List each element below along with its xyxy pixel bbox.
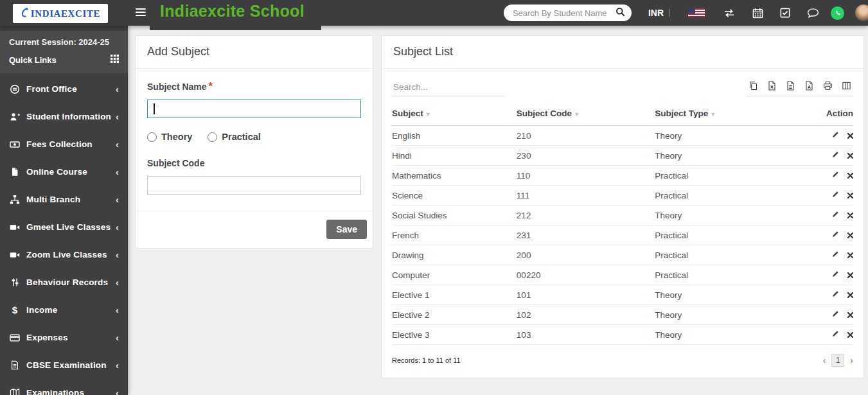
sidebar-item-gmeet-live-classes[interactable]: Gmeet Live Classes ‹	[0, 213, 128, 241]
column-header-subject-type[interactable]: Subject Type▾	[655, 102, 798, 126]
edit-icon[interactable]	[831, 231, 839, 238]
sidebar-item-student-information[interactable]: Student Information ‹	[0, 103, 128, 130]
chevron-left-icon: ‹	[116, 250, 119, 259]
edit-icon[interactable]	[831, 211, 839, 218]
sidebar-item-multi-branch[interactable]: Multi Branch ‹	[0, 186, 128, 213]
pagination-next-icon[interactable]: ›	[850, 355, 853, 365]
delete-icon[interactable]	[847, 332, 853, 338]
column-header-subject[interactable]: Subject▾	[392, 102, 517, 126]
sidebar-item-behaviour-records[interactable]: Behaviour Records ‹	[0, 268, 128, 296]
calendar-icon[interactable]	[752, 8, 763, 19]
subject-cell: Science	[392, 186, 517, 206]
column-header-subject-code[interactable]: Subject Code▾	[517, 102, 655, 126]
currency-selector[interactable]: INR	[648, 8, 670, 18]
column-header-action: Action	[798, 102, 853, 126]
student-search[interactable]	[504, 4, 632, 21]
radio-theory[interactable]: Theory	[147, 132, 192, 142]
csv-export-icon[interactable]	[786, 81, 795, 91]
delete-icon[interactable]	[847, 272, 853, 278]
pdf-export-icon[interactable]	[804, 81, 814, 91]
subject-code-field[interactable]	[147, 176, 361, 195]
type-cell: Practical	[655, 265, 798, 285]
sidebar-item-examinations[interactable]: Examinations ‹	[0, 379, 128, 395]
columns-icon[interactable]	[842, 81, 851, 91]
subject-name-field[interactable]	[147, 100, 361, 118]
delete-icon[interactable]	[847, 193, 853, 198]
user-avatar[interactable]	[855, 4, 868, 21]
sidebar-item-cbse-examination[interactable]: CBSE Examination ‹	[0, 351, 128, 379]
edit-icon[interactable]	[831, 250, 839, 258]
required-marker: *	[209, 81, 213, 92]
menu-toggle-icon[interactable]	[136, 8, 146, 18]
chevron-left-icon: ‹	[116, 139, 119, 149]
delete-icon[interactable]	[847, 252, 853, 258]
subject-list-title: Subject List	[382, 36, 864, 69]
edit-icon[interactable]	[831, 290, 839, 298]
text-caret	[154, 103, 155, 114]
radio-practical-label: Practical	[222, 132, 260, 142]
edit-icon[interactable]	[831, 171, 839, 179]
print-icon[interactable]	[823, 81, 833, 91]
edit-icon[interactable]	[831, 330, 839, 338]
table-row: Elective 2 102 Theory	[392, 305, 853, 325]
income-icon: $	[9, 304, 21, 316]
radio-circle-icon[interactable]	[208, 132, 217, 142]
copy-icon[interactable]	[748, 81, 758, 91]
grid-icon[interactable]	[111, 54, 119, 66]
code-cell: 00220	[517, 265, 655, 285]
radio-theory-label: Theory	[161, 132, 192, 142]
pagination-page-1[interactable]: 1	[831, 354, 844, 367]
sort-caret-icon: ▾	[575, 110, 578, 118]
table-row: Elective 1 101 Theory	[392, 285, 853, 305]
table-row: Hindi 230 Theory	[392, 146, 853, 166]
radio-practical[interactable]: Practical	[208, 132, 260, 142]
delete-icon[interactable]	[847, 133, 853, 139]
edit-icon[interactable]	[831, 191, 839, 198]
sidebar-item-income[interactable]: $ Income ‹	[0, 296, 128, 324]
delete-icon[interactable]	[847, 233, 853, 238]
table-search-input[interactable]	[392, 80, 504, 96]
sidebar-item-label: Front Office	[26, 84, 116, 94]
student-search-input[interactable]	[513, 8, 616, 18]
chat-icon[interactable]	[807, 8, 819, 19]
edit-icon[interactable]	[831, 151, 839, 159]
sidebar-item-expenses[interactable]: Expenses ‹	[0, 324, 128, 351]
delete-icon[interactable]	[847, 292, 853, 298]
video-camera-icon	[9, 222, 21, 233]
table-search[interactable]	[392, 80, 504, 96]
examinations-icon	[9, 387, 21, 395]
us-flag-language-icon[interactable]	[688, 8, 705, 17]
subject-cell: French	[392, 225, 517, 245]
edit-icon[interactable]	[831, 310, 839, 318]
records-count: Records: 1 to 11 of 11	[392, 356, 461, 364]
delete-icon[interactable]	[847, 153, 853, 159]
table-row: Science 111 Practical	[392, 186, 853, 206]
sidebar-item-zoom-live-classes[interactable]: Zoom Live Classes ‹	[0, 241, 128, 268]
search-icon[interactable]	[616, 7, 625, 19]
sidebar-item-front-office[interactable]: Front Office ‹	[0, 75, 128, 103]
exchange-icon[interactable]	[723, 8, 736, 18]
sidebar-item-fees-collection[interactable]: Fees Collection ‹	[0, 130, 128, 158]
code-cell: 212	[517, 206, 655, 225]
expenses-icon	[9, 332, 21, 344]
logo-swoosh-icon	[21, 7, 29, 21]
radio-circle-icon[interactable]	[147, 132, 157, 142]
edit-icon[interactable]	[831, 131, 839, 139]
task-check-icon[interactable]	[780, 8, 790, 18]
sidebar-item-label: Behaviour Records	[26, 277, 116, 287]
pagination: ‹ 1 ›	[823, 354, 853, 367]
app-logo[interactable]: INDIAEXCITE	[13, 4, 108, 23]
whatsapp-icon[interactable]	[831, 6, 844, 20]
pagination-prev-icon[interactable]: ‹	[823, 355, 826, 365]
quick-links[interactable]: Quick Links	[9, 54, 119, 66]
subject-name-label: Subject Name	[147, 82, 207, 92]
subject-code-label: Subject Code	[147, 158, 204, 168]
edit-icon[interactable]	[831, 270, 839, 278]
sidebar-item-online-course[interactable]: Online Course ‹	[0, 158, 128, 186]
chevron-left-icon: ‹	[116, 277, 119, 287]
delete-icon[interactable]	[847, 312, 853, 318]
delete-icon[interactable]	[847, 213, 853, 218]
delete-icon[interactable]	[847, 173, 853, 179]
excel-export-icon[interactable]	[767, 81, 777, 91]
save-button[interactable]: Save	[326, 220, 367, 239]
